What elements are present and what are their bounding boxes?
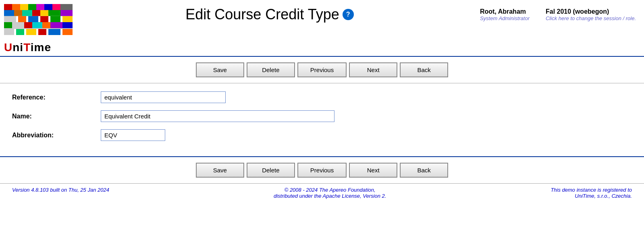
user-role: System Administrator bbox=[480, 15, 530, 21]
session-change-link[interactable]: Click here to change the session / role. bbox=[546, 15, 636, 21]
name-label: Name: bbox=[12, 113, 101, 120]
svg-rect-4 bbox=[36, 4, 44, 10]
svg-rect-29 bbox=[4, 28, 73, 29]
logo-grid-image bbox=[4, 4, 73, 40]
name-row: Name: bbox=[12, 110, 632, 122]
svg-rect-21 bbox=[62, 16, 73, 22]
back-button-top[interactable]: Back bbox=[400, 62, 448, 77]
reference-input[interactable] bbox=[101, 91, 226, 103]
svg-rect-26 bbox=[42, 22, 50, 28]
svg-rect-16 bbox=[4, 16, 16, 22]
svg-rect-1 bbox=[12, 4, 20, 10]
footer-version: Version 4.8.103 built on Thu, 25 Jan 202… bbox=[12, 187, 109, 199]
svg-rect-5 bbox=[44, 4, 52, 10]
svg-rect-0 bbox=[4, 4, 12, 10]
previous-button-top[interactable]: Previous bbox=[297, 62, 347, 77]
svg-rect-25 bbox=[32, 22, 42, 28]
svg-rect-7 bbox=[60, 4, 73, 10]
footer-registration-line1: This demo instance is registered to bbox=[551, 187, 632, 193]
footer-registration: This demo instance is registered to UniT… bbox=[551, 187, 632, 199]
user-info: Root, Abraham System Administrator bbox=[480, 8, 530, 21]
svg-rect-28 bbox=[62, 22, 73, 28]
page-title: Edit Course Credit Type ? bbox=[73, 6, 467, 23]
footer-registration-line2: UniTime, s.r.o., Czechia. bbox=[575, 193, 632, 199]
session-name: Fal 2010 (woebegon) bbox=[546, 8, 636, 15]
header: UniTime Edit Course Credit Type ? Root, … bbox=[0, 0, 644, 57]
footer-copyright: © 2008 - 2024 The Apereo Foundation, dis… bbox=[274, 187, 386, 199]
svg-rect-32 bbox=[26, 29, 36, 35]
back-button-bottom[interactable]: Back bbox=[400, 163, 448, 178]
svg-rect-6 bbox=[52, 4, 60, 10]
svg-rect-19 bbox=[40, 16, 48, 22]
svg-rect-11 bbox=[32, 10, 40, 16]
svg-rect-23 bbox=[12, 22, 24, 28]
svg-rect-33 bbox=[38, 29, 46, 35]
svg-rect-17 bbox=[18, 16, 26, 22]
svg-rect-30 bbox=[4, 29, 14, 35]
previous-button-bottom[interactable]: Previous bbox=[297, 163, 347, 178]
reference-row: Reference: bbox=[12, 91, 632, 103]
svg-rect-34 bbox=[48, 29, 60, 35]
save-button-top[interactable]: Save bbox=[196, 62, 244, 77]
next-button-bottom[interactable]: Next bbox=[349, 163, 397, 178]
svg-rect-27 bbox=[50, 22, 62, 28]
svg-rect-18 bbox=[28, 16, 38, 22]
svg-rect-2 bbox=[20, 4, 28, 10]
svg-rect-31 bbox=[16, 29, 24, 35]
svg-rect-14 bbox=[60, 10, 73, 16]
svg-rect-24 bbox=[24, 22, 32, 28]
svg-rect-3 bbox=[28, 4, 36, 10]
top-toolbar: Save Delete Previous Next Back bbox=[0, 57, 644, 83]
svg-rect-20 bbox=[50, 16, 60, 22]
page-title-text: Edit Course Credit Type bbox=[185, 6, 339, 23]
delete-button-top[interactable]: Delete bbox=[247, 62, 295, 77]
logo-text: UniTime bbox=[4, 41, 51, 54]
svg-rect-8 bbox=[4, 10, 14, 16]
logo-area: UniTime bbox=[4, 4, 73, 54]
abbreviation-label: Abbreviation: bbox=[12, 132, 101, 139]
svg-rect-12 bbox=[40, 10, 48, 16]
svg-rect-22 bbox=[4, 22, 12, 28]
user-name: Root, Abraham bbox=[480, 8, 530, 15]
abbreviation-input[interactable] bbox=[101, 129, 165, 141]
help-icon[interactable]: ? bbox=[343, 9, 354, 20]
name-input[interactable] bbox=[101, 110, 334, 122]
svg-rect-10 bbox=[22, 10, 32, 16]
footer-copyright-line2: distributed under the Apache License, Ve… bbox=[274, 193, 386, 199]
svg-rect-35 bbox=[62, 29, 73, 35]
footer-info: Version 4.8.103 built on Thu, 25 Jan 202… bbox=[0, 183, 644, 202]
bottom-toolbar: Save Delete Previous Next Back bbox=[0, 156, 644, 183]
user-session-area: Root, Abraham System Administrator Fal 2… bbox=[467, 4, 636, 21]
abbreviation-row: Abbreviation: bbox=[12, 129, 632, 141]
form-area: Reference: Name: Abbreviation: bbox=[0, 83, 644, 156]
next-button-top[interactable]: Next bbox=[349, 62, 397, 77]
session-info: Fal 2010 (woebegon) Click here to change… bbox=[546, 8, 636, 21]
reference-label: Reference: bbox=[12, 94, 101, 101]
user-session-row: Root, Abraham System Administrator Fal 2… bbox=[480, 8, 636, 21]
svg-rect-9 bbox=[14, 10, 22, 16]
delete-button-bottom[interactable]: Delete bbox=[247, 163, 295, 178]
svg-rect-13 bbox=[48, 10, 60, 16]
footer-copyright-line1: © 2008 - 2024 The Apereo Foundation, bbox=[285, 187, 376, 193]
title-area: Edit Course Credit Type ? bbox=[73, 4, 467, 23]
save-button-bottom[interactable]: Save bbox=[196, 163, 244, 178]
